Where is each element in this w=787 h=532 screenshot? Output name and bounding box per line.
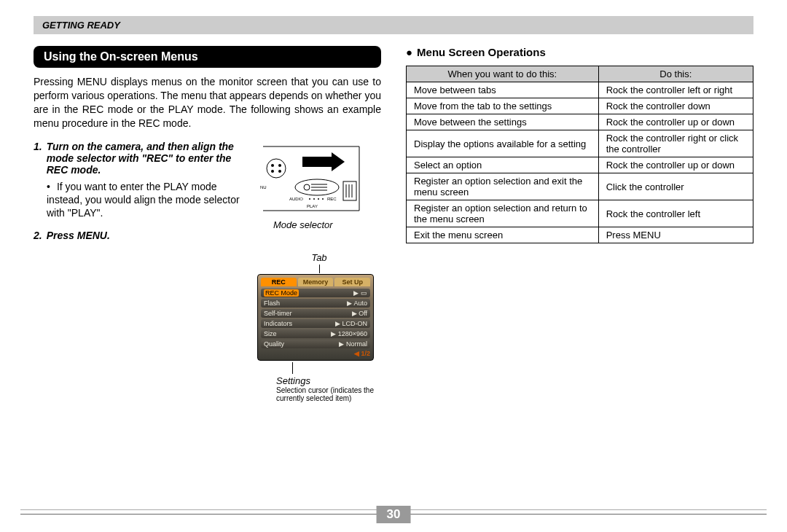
- ops-th-want: When you want to do this:: [407, 66, 599, 82]
- nu-label: NU: [260, 185, 267, 189]
- table-row: Move between the settings Rock the contr…: [407, 114, 753, 130]
- ops-th-do: Do this:: [598, 66, 753, 82]
- svg-marker-7: [332, 152, 345, 171]
- step2-number: 2.: [34, 230, 42, 241]
- svg-rect-6: [302, 157, 332, 167]
- step1-row: 1. Turn on the camera, and then align th…: [34, 141, 381, 403]
- table-row: Exit the menu screen Press MENU: [407, 227, 753, 243]
- lcd-tab-memory: Memory: [298, 278, 334, 286]
- lcd-tab-rec: REC: [261, 278, 297, 286]
- step1-number: 1.: [34, 141, 42, 176]
- lcd-setting-selftimer: Self-timer ▶ Off: [261, 309, 370, 318]
- left-column: Using the On-screen Menus Pressing MENU …: [34, 46, 381, 409]
- table-row: Select an option Rock the controller up …: [407, 157, 753, 173]
- lcd-tab-setup: Set Up: [334, 278, 370, 286]
- manual-page: GETTING READY Using the On-screen Menus …: [0, 0, 787, 532]
- step2-text: Press MENU.: [47, 230, 110, 241]
- two-column-layout: Using the On-screen Menus Pressing MENU …: [34, 34, 753, 409]
- settings-caption: Settings: [276, 375, 381, 386]
- step1-note: If you want to enter the PLAY mode inste…: [47, 181, 240, 219]
- svg-rect-13: [343, 181, 356, 200]
- lcd-page-indicator: ◀ 1/2: [261, 350, 370, 357]
- lcd-tab-row: REC Memory Set Up: [261, 278, 370, 286]
- settings-pointer-line: [292, 362, 293, 374]
- audio-label: AUDIO: [289, 197, 303, 201]
- camera-diagram-icon: NU AUDIO REC PLAY: [257, 144, 367, 216]
- svg-point-2: [271, 164, 274, 167]
- table-row: Move from the tab to the settings Rock t…: [407, 98, 753, 114]
- play-label: PLAY: [307, 204, 318, 208]
- table-row: Register an option selection and return …: [407, 200, 753, 227]
- tab-pointer-line: [319, 265, 320, 273]
- table-row: Register an option selection and exit th…: [407, 173, 753, 200]
- rec-label: REC: [327, 197, 337, 201]
- operations-table: When you want to do this: Do this: Move …: [406, 66, 753, 243]
- svg-point-5: [278, 170, 281, 173]
- lcd-setting-flash: Flash ▶ Auto: [261, 299, 370, 308]
- svg-point-17: [309, 198, 310, 200]
- bullet-icon: •: [47, 180, 54, 193]
- lcd-setting-recmode: REC Mode ▶ ▭: [261, 289, 370, 297]
- section-header: GETTING READY: [34, 16, 753, 34]
- page-number: 30: [377, 506, 411, 523]
- svg-point-18: [313, 198, 315, 200]
- step1-text-block: 1. Turn on the camera, and then align th…: [34, 141, 244, 403]
- lcd-menu-figure: REC Memory Set Up REC Mode ▶ ▭ Flash ▶ A…: [257, 274, 374, 361]
- svg-point-3: [278, 164, 281, 167]
- bullet-dot-icon: ●: [406, 46, 412, 58]
- svg-point-1: [267, 159, 286, 178]
- step1-text: Turn on the camera, and then align the m…: [47, 141, 244, 176]
- svg-point-4: [271, 170, 274, 173]
- svg-point-19: [318, 198, 319, 200]
- lcd-setting-quality: Quality ▶ Normal: [261, 340, 370, 348]
- lcd-setting-indicators: Indicators ▶ LCD-ON: [261, 319, 370, 328]
- operations-heading: ●Menu Screen Operations: [406, 46, 753, 58]
- selection-cursor-caption: Selection cursor (indicates the currentl…: [276, 386, 381, 403]
- table-row: Display the options available for a sett…: [407, 130, 753, 157]
- intro-paragraph: Pressing MENU displays menus on the moni…: [34, 75, 381, 130]
- svg-point-20: [322, 198, 324, 200]
- mode-selector-caption: Mode selector: [273, 219, 381, 230]
- figure-column: NU AUDIO REC PLAY Mode selector Tab: [257, 141, 381, 403]
- lcd-setting-size: Size ▶ 1280×960: [261, 329, 370, 338]
- table-row: Move between tabs Rock the controller le…: [407, 82, 753, 98]
- right-column: ●Menu Screen Operations When you want to…: [406, 46, 753, 409]
- section-title: Using the On-screen Menus: [34, 46, 381, 68]
- mode-selector-figure: NU AUDIO REC PLAY: [257, 144, 367, 216]
- tab-caption: Tab: [257, 252, 381, 263]
